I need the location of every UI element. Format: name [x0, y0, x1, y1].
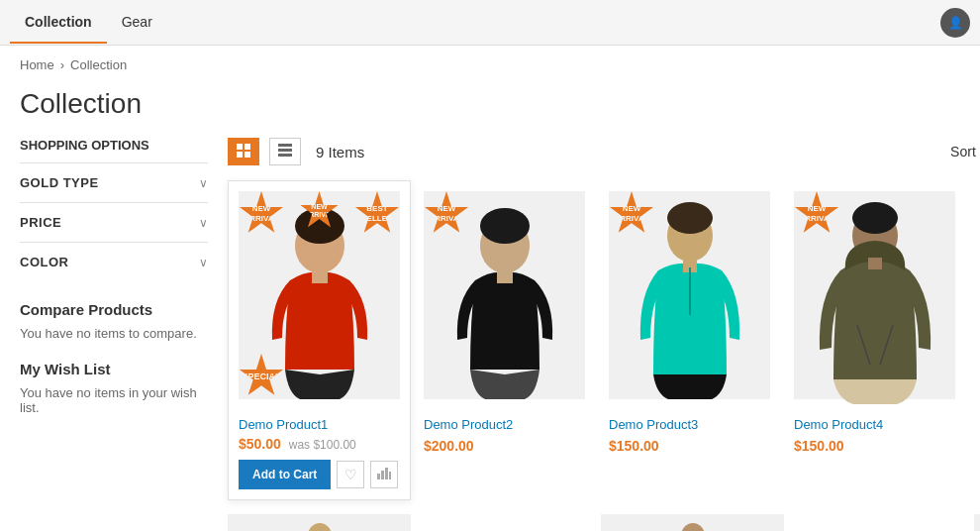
badge-new-arrival-top-1: NEWARRIVAL [300, 191, 340, 231]
svg-rect-13 [389, 472, 391, 479]
sort-section: Sort By Position Product Name Price ↑ [950, 138, 980, 165]
badge-new-arrival-3: NEWARRIVAL [609, 191, 654, 237]
wish-list: My Wish List You have no items in your w… [20, 361, 208, 415]
badge-new-arrival-2: NEWARRIVAL [424, 191, 469, 237]
products-toolbar: 9 Items Sort By Position Product Name Pr… [228, 138, 980, 165]
product-4-image-wrap: NEWARRIVAL [794, 191, 955, 409]
product-card-4: NEWARRIVAL [783, 180, 966, 500]
chevron-down-icon-price: ∨ [199, 216, 208, 230]
compare-text: You have no items to compare. [20, 326, 208, 341]
svg-rect-12 [385, 468, 388, 479]
svg-point-27 [681, 523, 705, 531]
svg-rect-23 [868, 258, 882, 269]
filter-price-label: PRICE [20, 215, 61, 230]
sort-label: Sort By [950, 144, 980, 159]
svg-rect-4 [278, 144, 292, 147]
breadcrumb-current: Collection [70, 57, 127, 72]
svg-rect-5 [278, 149, 292, 152]
breadcrumb: Home › Collection [0, 46, 980, 84]
add-to-cart-button-1[interactable]: Add to Cart [239, 460, 331, 489]
product-thumb-row [228, 514, 980, 531]
shopping-options-title: Shopping Options [20, 138, 208, 153]
breadcrumb-separator: › [60, 57, 64, 72]
product-thumb-5 [228, 514, 411, 531]
top-nav: Collection Gear 👤 [0, 0, 980, 46]
breadcrumb-home[interactable]: Home [20, 57, 54, 72]
product-1-image-wrap: NEWARRIVAL BESTSELLER NEWARRIVAL SPECIAL [239, 191, 400, 409]
badge-new-arrival-4: NEWARRIVAL [794, 191, 839, 237]
list-view-button[interactable] [269, 138, 301, 165]
svg-rect-16 [497, 268, 513, 283]
nav-item-gear[interactable]: Gear [107, 2, 167, 44]
svg-rect-10 [377, 474, 380, 479]
product-thumb-6 [601, 514, 784, 531]
product-2-price: $200.00 [424, 438, 585, 454]
product-4-badges: NEWARRIVAL [794, 191, 955, 237]
product-card-2: NEWARRIVAL [413, 180, 596, 500]
compare-button-1[interactable] [370, 461, 398, 488]
svg-rect-11 [381, 471, 384, 479]
svg-rect-6 [278, 154, 292, 157]
product-3-image-wrap: NEWARRIVAL [609, 191, 770, 409]
wishlist-button-1[interactable]: ♡ [337, 461, 364, 488]
wish-list-text: You have no items in your wish list. [20, 385, 208, 415]
compare-products: Compare Products You have no items to co… [20, 301, 208, 341]
svg-rect-9 [312, 268, 328, 283]
product-1-name[interactable]: Demo Product1 [239, 417, 400, 432]
svg-rect-3 [245, 152, 250, 158]
sidebar: Shopping Options GOLD TYPE ∨ PRICE ∨ COL… [10, 138, 218, 531]
filter-color-label: COLOR [20, 255, 68, 269]
badge-new-arrival-1: NEWARRIVAL [239, 191, 284, 237]
compare-icon-1 [377, 467, 391, 482]
product-3-name[interactable]: Demo Product3 [609, 417, 770, 432]
filter-gold-type-label: GOLD TYPE [20, 175, 99, 190]
products-area: 9 Items Sort By Position Product Name Pr… [218, 138, 980, 531]
product-card-1: NEWARRIVAL BESTSELLER NEWARRIVAL SPECIAL [228, 180, 411, 500]
product-2-image-wrap: NEWARRIVAL [424, 191, 585, 409]
product-3-badges: NEWARRIVAL [609, 191, 770, 237]
product-4-name[interactable]: Demo Product4 [794, 417, 955, 432]
product-2-badges: NEWARRIVAL [424, 191, 585, 237]
nav-item-collection[interactable]: Collection [10, 2, 107, 44]
product-1-was-price: was $100.00 [289, 438, 356, 452]
product-3-price: $150.00 [609, 438, 770, 454]
product-1-actions: Add to Cart ♡ [239, 460, 400, 489]
product-1-price: $50.00 [239, 436, 281, 452]
grid-icon [237, 144, 250, 160]
svg-rect-0 [237, 144, 243, 150]
wish-list-title: My Wish List [20, 361, 208, 377]
product-4-price: $150.00 [794, 438, 955, 454]
list-icon [278, 144, 292, 160]
products-grid: NEWARRIVAL BESTSELLER NEWARRIVAL SPECIAL [228, 180, 980, 502]
filter-color[interactable]: COLOR ∨ [20, 242, 208, 281]
grid-view-button[interactable] [228, 138, 259, 165]
product-2-name[interactable]: Demo Product2 [424, 417, 585, 432]
product-thumb-7 [974, 514, 980, 531]
svg-rect-1 [245, 144, 250, 150]
filter-gold-type[interactable]: GOLD TYPE ∨ [20, 162, 208, 202]
items-count: 9 Items [316, 144, 364, 160]
user-icon: 👤 [948, 16, 963, 30]
chevron-down-icon-color: ∨ [199, 256, 208, 269]
product-1-price-row: $50.00 was $100.00 [239, 436, 400, 452]
chevron-down-icon-gold: ∨ [199, 176, 208, 190]
compare-title: Compare Products [20, 301, 208, 318]
page-title: Collection [0, 84, 980, 138]
product-card-3: NEWARRIVAL [598, 180, 781, 500]
user-avatar[interactable]: 👤 [940, 8, 970, 38]
badge-best-seller-1: BESTSELLER [354, 191, 400, 237]
svg-point-26 [308, 523, 332, 531]
filter-price[interactable]: PRICE ∨ [20, 202, 208, 242]
heart-icon-1: ♡ [344, 467, 357, 482]
svg-rect-2 [237, 152, 243, 158]
